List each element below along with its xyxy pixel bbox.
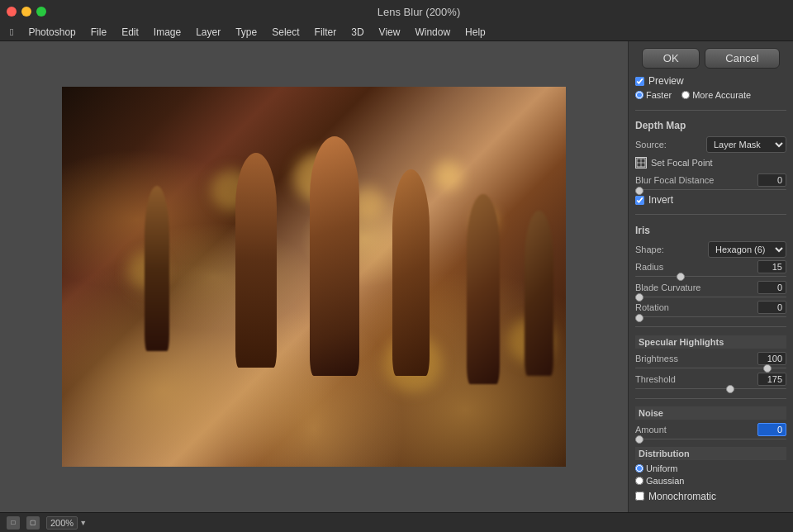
- rotation-thumb: [635, 314, 643, 322]
- more-accurate-radio[interactable]: [681, 91, 690, 99]
- iris-section-label: Iris: [635, 225, 786, 236]
- radius-label: Radius: [635, 262, 754, 272]
- blur-focal-distance-label: Blur Focal Distance: [635, 175, 754, 185]
- zoom-display: 200% ▼: [46, 516, 87, 530]
- uniform-radio[interactable]: [635, 464, 643, 473]
- uniform-radio-item: Uniform: [635, 463, 678, 473]
- faster-radio-item: Faster: [635, 90, 672, 100]
- zoom-value: 200%: [46, 516, 78, 530]
- faster-radio[interactable]: [635, 91, 643, 99]
- noise-label: Noise: [635, 406, 786, 420]
- blur-focal-distance-slider[interactable]: [635, 189, 786, 190]
- monochromatic-label: Monochromatic: [648, 491, 716, 502]
- threshold-thumb: [726, 385, 734, 393]
- invert-row: Invert: [635, 194, 786, 206]
- preview-checkbox[interactable]: [635, 77, 644, 86]
- menu-file[interactable]: File: [84, 25, 113, 40]
- quality-radio-group: Faster More Accurate: [635, 90, 786, 100]
- menu-photoshop[interactable]: Photoshop: [21, 25, 82, 40]
- blur-focal-distance-thumb: [635, 187, 643, 195]
- bokeh-4: [434, 161, 463, 190]
- rotation-value: 0: [757, 301, 786, 314]
- menu-window[interactable]: Window: [408, 25, 457, 40]
- ok-button[interactable]: OK: [642, 48, 700, 69]
- shape-select[interactable]: Hexagon (6) Triangle (3) Square (4) Pent…: [708, 241, 786, 258]
- nav-icon-1[interactable]: □: [7, 516, 20, 530]
- piece-5: [467, 194, 500, 384]
- amount-row: Amount 0: [635, 423, 786, 436]
- blade-curvature-label: Blade Curvature: [635, 283, 754, 292]
- preview-row: Preview: [635, 75, 786, 87]
- set-focal-point-button[interactable]: Set Focal Point: [635, 155, 786, 170]
- invert-checkbox[interactable]: [635, 196, 644, 205]
- brightness-value: 100: [757, 352, 786, 365]
- shape-row: Shape: Hexagon (6) Triangle (3) Square (…: [635, 241, 786, 258]
- source-row: Source: Layer Mask None Transparency: [635, 136, 786, 153]
- distribution-radio-group: Uniform Gaussian: [635, 463, 786, 486]
- gaussian-label: Gaussian: [646, 476, 684, 486]
- blade-curvature-slider[interactable]: [635, 297, 786, 297]
- amount-slider[interactable]: [635, 439, 786, 439]
- threshold-label: Threshold: [635, 374, 754, 384]
- menu-3d[interactable]: 3D: [344, 25, 370, 40]
- blade-curvature-row: Blade Curvature 0: [635, 281, 786, 294]
- radius-value: 15: [757, 260, 786, 273]
- main-content: OK Cancel Preview Faster More Accurate D…: [0, 41, 793, 512]
- threshold-row: Threshold 175: [635, 373, 786, 386]
- piece-2: [235, 153, 277, 368]
- menu-layer[interactable]: Layer: [189, 25, 227, 40]
- menu-view[interactable]: View: [373, 25, 407, 40]
- blade-curvature-thumb: [635, 293, 643, 302]
- cancel-button[interactable]: Cancel: [705, 48, 779, 69]
- menu-edit[interactable]: Edit: [115, 25, 145, 40]
- traffic-light-yellow[interactable]: [21, 7, 31, 17]
- traffic-light-green[interactable]: [36, 7, 46, 17]
- menu-filter[interactable]: Filter: [308, 25, 344, 40]
- menu-select[interactable]: Select: [265, 25, 306, 40]
- piece-6: [525, 211, 553, 376]
- radius-slider[interactable]: [635, 276, 786, 277]
- rotation-slider[interactable]: [635, 316, 786, 317]
- blur-focal-distance-row: Blur Focal Distance 0: [635, 173, 786, 187]
- invert-label: Invert: [648, 194, 673, 206]
- source-select[interactable]: Layer Mask None Transparency: [706, 136, 786, 153]
- button-row: OK Cancel: [635, 48, 786, 69]
- menu-image[interactable]: Image: [147, 25, 188, 40]
- menu-bar:  Photoshop File Edit Image Layer Type S…: [0, 23, 793, 41]
- rotation-row: Rotation 0: [635, 301, 786, 314]
- blade-curvature-value: 0: [757, 281, 786, 294]
- threshold-value: 175: [757, 373, 786, 386]
- more-accurate-radio-item: More Accurate: [681, 90, 751, 100]
- menu-apple[interactable]: : [3, 25, 20, 40]
- piece-3: [310, 136, 359, 376]
- threshold-slider[interactable]: [635, 388, 786, 389]
- set-focal-point-label: Set Focal Point: [651, 158, 713, 168]
- radius-row: Radius 15: [635, 260, 786, 273]
- menu-help[interactable]: Help: [458, 25, 492, 40]
- zoom-dropdown-icon[interactable]: ▼: [79, 519, 87, 527]
- window-title: Lens Blur (200%): [51, 6, 786, 18]
- gaussian-radio[interactable]: [635, 477, 643, 485]
- preview-label: Preview: [648, 75, 684, 87]
- blur-focal-distance-value: 0: [757, 173, 786, 187]
- monochromatic-row: Monochromatic: [635, 491, 786, 502]
- brightness-slider[interactable]: [635, 368, 786, 368]
- canvas-area[interactable]: [0, 41, 628, 512]
- rotation-label: Rotation: [635, 302, 754, 312]
- menu-type[interactable]: Type: [229, 25, 264, 40]
- distribution-label: Distribution: [635, 447, 786, 460]
- traffic-light-red[interactable]: [7, 7, 17, 17]
- nav-icon-2[interactable]: ▢: [26, 516, 40, 530]
- piece-1: [145, 186, 169, 351]
- focal-point-svg: [636, 158, 646, 168]
- brightness-row: Brightness 100: [635, 352, 786, 365]
- amount-thumb: [635, 435, 643, 444]
- gaussian-radio-item: Gaussian: [635, 476, 684, 486]
- depth-map-section-label: Depth Map: [635, 120, 786, 131]
- titlebar: Lens Blur (200%): [0, 0, 793, 23]
- monochromatic-checkbox[interactable]: [635, 492, 644, 501]
- specular-highlights-label: Specular Highlights: [635, 335, 786, 349]
- piece-4: [392, 169, 430, 376]
- faster-label: Faster: [646, 90, 672, 100]
- source-label: Source:: [635, 140, 703, 150]
